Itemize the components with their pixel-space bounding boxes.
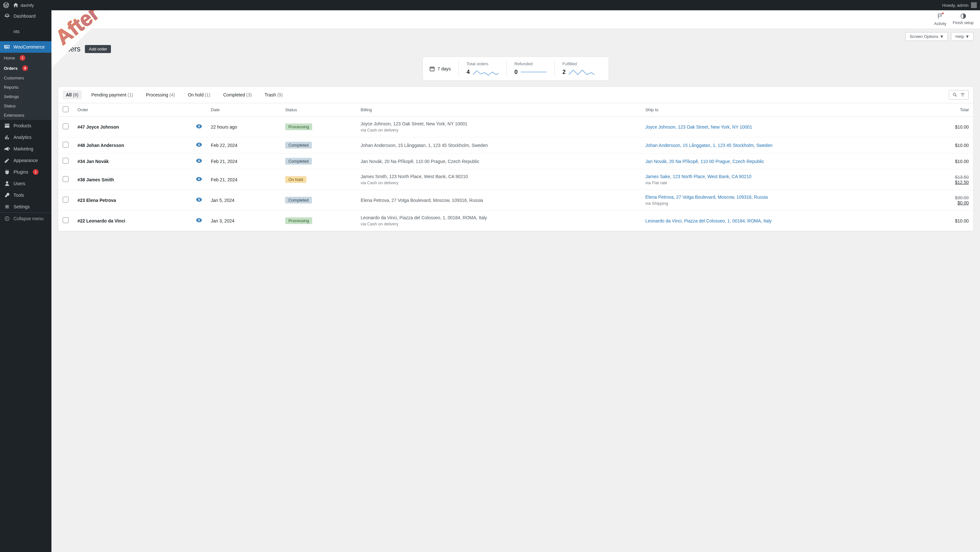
sidebar-item-home[interactable]: Home2 — [0, 53, 51, 63]
sidebar-item-plugins[interactable]: Plugins1 — [0, 166, 51, 178]
badge-count: 1 — [33, 169, 38, 175]
row-checkbox[interactable] — [63, 197, 68, 202]
order-link[interactable]: #47 Joyce Johnson — [78, 124, 119, 130]
row-checkbox[interactable] — [63, 217, 68, 223]
cell-total: $10.00 — [926, 153, 973, 169]
tab-trash[interactable]: Trash (9) — [261, 90, 286, 99]
sidebar-item-analytics[interactable]: Analytics — [0, 132, 51, 143]
cell-billing: James Smith, 123 North Place, West Bank,… — [361, 174, 636, 179]
avatar-icon — [971, 2, 977, 8]
sidebar-item-extensions[interactable]: Extensions — [0, 111, 51, 120]
preview-icon[interactable] — [196, 159, 202, 164]
tab-completed[interactable]: Completed (3) — [220, 90, 255, 99]
search-icon — [952, 92, 958, 97]
sidebar-item-orders[interactable]: Orders4 — [0, 63, 51, 73]
order-link[interactable]: #23 Elena Petrova — [78, 198, 116, 203]
sidebar-label: WooCommerce — [13, 45, 45, 49]
row-checkbox[interactable] — [63, 158, 68, 164]
sidebar-item-reports[interactable]: Reports — [0, 83, 51, 92]
status-badge: Processing — [285, 217, 312, 224]
sidebar-item-settings[interactable]: Settings — [0, 92, 51, 101]
wp-logo-link[interactable] — [3, 2, 9, 8]
orders-table: Order Date Status Billing Ship to Total … — [58, 103, 973, 231]
cell-total: $30.00$0.00 — [926, 190, 973, 211]
svg-point-0 — [5, 217, 10, 221]
cell-total: $10.00 — [926, 137, 973, 153]
status-badge: Completed — [285, 197, 312, 204]
table-row[interactable]: #34 Jan Novák Feb 21, 2024 Completed Jan… — [58, 153, 973, 169]
marketing-icon — [4, 146, 10, 152]
preview-icon[interactable] — [196, 124, 202, 130]
screen-options-button[interactable]: Screen Options ▼ — [905, 32, 948, 41]
tools-icon — [4, 192, 10, 198]
cell-via: via Cash on delivery — [361, 180, 636, 185]
order-link[interactable]: #22 Leonardo da Vinci — [78, 218, 125, 223]
sidebar-collapse[interactable]: Collapse menu — [0, 213, 51, 224]
sidebar-item-users[interactable]: Users — [0, 178, 51, 189]
table-row[interactable]: #23 Elena Petrova Jan 5, 2024 Completed … — [58, 190, 973, 211]
table-row[interactable]: #22 Leonardo da Vinci Jan 3, 2024 Proces… — [58, 211, 973, 231]
cell-ship-via: via Shipping — [645, 201, 921, 206]
row-checkbox[interactable] — [63, 176, 68, 182]
preview-icon[interactable] — [196, 218, 202, 223]
tab-processing[interactable]: Processing (4) — [143, 90, 178, 99]
order-link[interactable]: #38 James Smith — [78, 177, 114, 182]
table-row[interactable]: #47 Joyce Johnson 22 hours ago Processin… — [58, 117, 973, 137]
wordpress-icon — [3, 2, 9, 8]
sidebar-item-status[interactable]: Status — [0, 101, 51, 111]
preview-icon[interactable] — [196, 143, 202, 148]
activity-button[interactable]: Activity — [934, 13, 946, 26]
filter-icon — [960, 92, 965, 97]
sidebar-item-customers[interactable]: Customers — [0, 73, 51, 83]
preview-icon[interactable] — [196, 177, 202, 182]
cell-date: Jan 5, 2024 — [207, 190, 281, 211]
row-checkbox[interactable] — [63, 142, 68, 148]
tab-pending[interactable]: Pending payment (1) — [88, 90, 136, 99]
svg-point-5 — [953, 93, 956, 96]
order-link[interactable]: #34 Jan Novák — [78, 159, 109, 164]
cell-via: via Cash on delivery — [361, 221, 636, 226]
table-row[interactable]: #38 James Smith Feb 21, 2024 On hold Jam… — [58, 169, 973, 190]
order-link[interactable]: #48 Johan Andersson — [78, 143, 124, 148]
select-all-checkbox[interactable] — [63, 107, 68, 112]
chevron-down-icon: ▼ — [965, 34, 969, 39]
search-filter-button[interactable] — [949, 90, 969, 100]
ship-link[interactable]: Joyce Johnson, 123 Oak Street, New York,… — [645, 124, 752, 130]
sidebar-item-tools[interactable]: Tools — [0, 189, 51, 201]
action-bar: Activity Finish setup — [51, 10, 980, 29]
col-date: Date — [207, 103, 281, 117]
ship-link[interactable]: Leonardo da Vinci, Piazza del Colosseo, … — [645, 218, 772, 223]
main-content: After Activity Finish setup Screen Optio… — [51, 10, 980, 552]
orders-panel: All (9) Pending payment (1) Processing (… — [58, 86, 974, 231]
cell-date: Jan 3, 2024 — [207, 211, 281, 231]
sparkline-icon — [473, 68, 499, 76]
ship-link[interactable]: James Sake, 123 North Place, West Bank, … — [645, 174, 751, 179]
sparkline-icon — [569, 68, 595, 76]
table-row[interactable]: #48 Johan Andersson Feb 22, 2024 Complet… — [58, 137, 973, 153]
sidebar-item-appearance[interactable]: Appearance — [0, 154, 51, 166]
sidebar-item-woocommerce[interactable]: WooCommerce — [0, 41, 51, 53]
howdy-admin[interactable]: Howdy, admin — [942, 2, 977, 8]
finish-setup-button[interactable]: Finish setup — [953, 13, 974, 26]
preview-icon[interactable] — [196, 198, 202, 203]
row-checkbox[interactable] — [63, 124, 68, 129]
ship-link[interactable]: Elena Petrova, 27 Volga Boulevard, Mosco… — [645, 194, 768, 200]
add-order-button[interactable]: Add order — [85, 45, 111, 53]
admin-topbar: dashify Howdy, admin — [0, 0, 980, 10]
ship-link[interactable]: Johan Andersson, 15 Långgatan, 1, 123 45… — [645, 143, 772, 148]
sidebar-item-products[interactable]: Products — [0, 120, 51, 132]
cell-date: 22 hours ago — [207, 117, 281, 137]
sidebar-item-marketing[interactable]: Marketing — [0, 143, 51, 154]
sidebar-item-settings-main[interactable]: Settings — [0, 201, 51, 213]
home-link[interactable]: dashify — [13, 2, 34, 8]
settings-icon — [4, 204, 10, 210]
flag-icon — [937, 13, 943, 20]
tab-onhold[interactable]: On hold (1) — [185, 90, 213, 99]
cell-billing: Joyce Johnson, 123 Oak Street, New York,… — [361, 121, 636, 126]
cell-billing: Jan Novák, 20 Na Příkopě, 110 00 Prague,… — [361, 159, 636, 164]
period-selector[interactable]: 7 days — [429, 66, 458, 72]
tab-all[interactable]: All (9) — [63, 90, 82, 99]
sidebar-item-dashboard[interactable]: Dashboard — [0, 10, 51, 22]
ship-link[interactable]: Jan Novák, 20 Na Příkopě, 110 00 Prague,… — [645, 159, 764, 164]
help-button[interactable]: Help ▼ — [951, 32, 974, 41]
